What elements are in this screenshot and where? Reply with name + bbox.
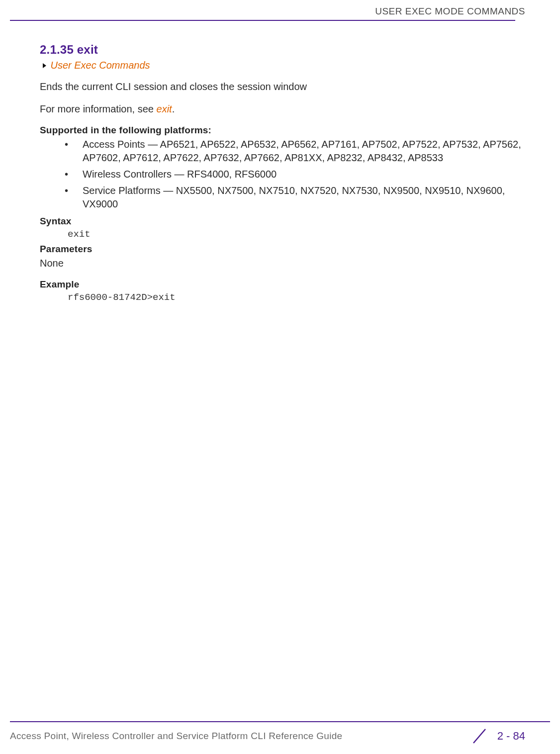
breadcrumb-link[interactable]: User Exec Commands [50, 60, 150, 71]
list-item: Wireless Controllers — RFS4000, RFS6000 [65, 168, 525, 181]
page-header: USER EXEC MODE COMMANDS [0, 6, 560, 21]
section-heading: 2.1.35 exit [40, 43, 525, 57]
footer-rule [10, 721, 550, 722]
parameters-value: None [40, 257, 525, 270]
platforms-list: Access Points — AP6521, AP6522, AP6532, … [40, 138, 525, 211]
more-info-suffix: . [172, 103, 175, 114]
header-rule [10, 20, 515, 21]
footer-row: Access Point, Wireless Controller and Se… [10, 727, 550, 745]
list-item: Access Points — AP6521, AP6522, AP6532, … [65, 138, 525, 165]
syntax-code: exit [68, 229, 525, 240]
platforms-heading: Supported in the following platforms: [40, 125, 525, 136]
more-info-link[interactable]: exit [157, 103, 172, 114]
breadcrumb-arrow-icon [43, 63, 46, 68]
running-header-title: USER EXEC MODE COMMANDS [0, 6, 525, 17]
example-code: rfs6000-81742D>exit [68, 292, 525, 303]
breadcrumb: User Exec Commands [43, 60, 525, 71]
page-number: 2 - 84 [497, 730, 525, 743]
syntax-heading: Syntax [40, 216, 525, 227]
more-info-prefix: For more information, see [40, 103, 157, 114]
page: USER EXEC MODE COMMANDS 2.1.35 exit User… [0, 0, 560, 754]
example-heading: Example [40, 279, 525, 290]
more-info-paragraph: For more information, see exit. [40, 102, 525, 116]
footer-slash-icon [470, 727, 488, 745]
parameters-heading: Parameters [40, 244, 525, 255]
intro-paragraph: Ends the current CLI session and closes … [40, 80, 525, 94]
svg-line-0 [473, 729, 485, 743]
footer-doc-title: Access Point, Wireless Controller and Se… [10, 731, 342, 742]
page-footer: Access Point, Wireless Controller and Se… [10, 721, 550, 745]
list-item: Service Platforms — NX5500, NX7500, NX75… [65, 184, 525, 211]
footer-right: 2 - 84 [470, 727, 525, 745]
page-content: 2.1.35 exit User Exec Commands Ends the … [40, 43, 525, 307]
